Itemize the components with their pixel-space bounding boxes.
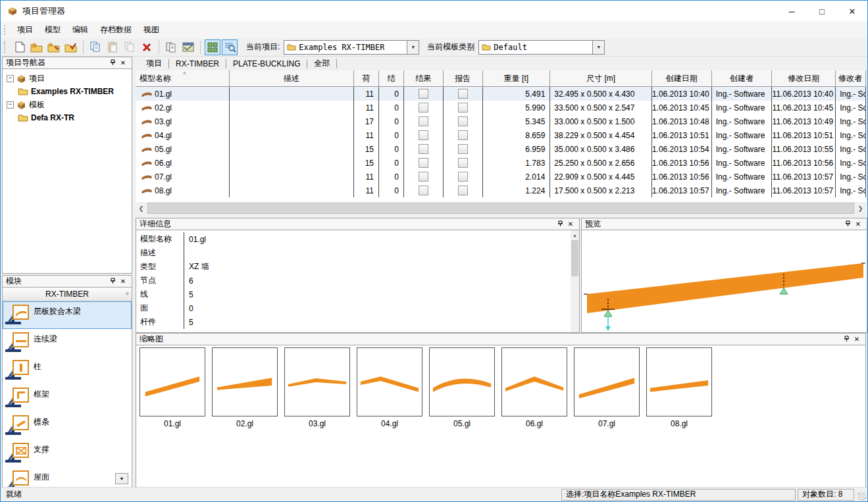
column-header-4[interactable]: 结果 <box>404 70 444 86</box>
collapse-icon[interactable]: − <box>7 101 14 109</box>
menu-item-1[interactable]: 模型 <box>39 22 66 38</box>
thumbnail-image[interactable] <box>429 347 495 416</box>
results-checkbox[interactable] <box>419 89 428 99</box>
tree-node-projects[interactable]: − 项目 <box>3 72 132 85</box>
collapse-icon[interactable]: − <box>7 75 14 82</box>
close-icon[interactable]: ✕ <box>852 336 862 343</box>
new-model-button[interactable] <box>12 39 28 55</box>
results-checkbox[interactable] <box>419 186 428 195</box>
thumbnails-view-toggle[interactable] <box>205 39 220 55</box>
column-header-11[interactable]: 修改者 <box>836 70 866 86</box>
delete-button[interactable] <box>139 39 155 55</box>
thumbnail-07.gl[interactable]: 07.gl <box>574 347 640 428</box>
thumbnail-04.gl[interactable]: 04.gl <box>357 347 422 428</box>
module-item-1[interactable]: 连续梁 <box>3 329 132 357</box>
archive-button[interactable] <box>180 39 196 55</box>
module-item-0[interactable]: 层板胶合木梁 <box>3 301 132 329</box>
column-header-6[interactable]: 重量 [t] <box>483 70 551 86</box>
report-checkbox[interactable] <box>458 103 468 113</box>
dropdown-arrow-icon[interactable]: ▼ <box>592 41 604 54</box>
results-checkbox[interactable] <box>419 158 428 168</box>
resize-grip[interactable] <box>857 492 866 501</box>
thumbnail-image[interactable] <box>357 347 422 416</box>
close-button[interactable]: ✕ <box>837 1 867 22</box>
module-item-3[interactable]: 框架 <box>3 384 132 412</box>
results-checkbox[interactable] <box>419 130 428 140</box>
report-checkbox[interactable] <box>458 186 468 195</box>
tab-0[interactable]: 项目 <box>140 57 168 70</box>
details-view-toggle[interactable] <box>222 39 238 55</box>
dropdown-arrow-icon[interactable]: ▼ <box>407 41 419 54</box>
close-icon[interactable]: ✕ <box>118 278 128 285</box>
copy-model-button[interactable] <box>122 39 138 55</box>
horizontal-scrollbar[interactable]: ❮ ❯ <box>136 202 866 214</box>
close-icon[interactable]: ✕ <box>853 221 863 228</box>
tab-3[interactable]: 全部 <box>307 57 336 70</box>
import-model-button[interactable] <box>163 39 179 55</box>
tree-label[interactable]: 模板 <box>29 99 45 111</box>
report-checkbox[interactable] <box>458 144 468 154</box>
thumbnail-image[interactable] <box>501 347 567 416</box>
template-category-dropdown[interactable]: Default ▼ <box>478 40 605 55</box>
thumbnail-05.gl[interactable]: 05.gl <box>429 347 495 428</box>
new-project-button[interactable] <box>29 39 45 55</box>
menu-grip-icon[interactable]: ≡ <box>126 291 129 297</box>
close-icon[interactable]: ✕ <box>565 221 576 228</box>
thumbnail-image[interactable] <box>212 347 278 416</box>
table-row-07.gl[interactable]: 07.gl1102.01422.909 x 0.500 x 4.44511.06… <box>136 170 866 184</box>
thumbnail-image[interactable] <box>574 347 640 416</box>
report-checkbox[interactable] <box>458 89 468 99</box>
tree-label[interactable]: 项目 <box>29 73 45 84</box>
menu-item-3[interactable]: 存档数据 <box>94 22 138 38</box>
vertical-scrollbar[interactable]: ▲ <box>571 230 579 332</box>
modules-group-header[interactable]: RX-TIMBER ≡ <box>3 288 132 301</box>
pin-icon[interactable] <box>842 220 853 228</box>
edit-project-button[interactable] <box>46 39 62 55</box>
column-header-1[interactable]: 描述 <box>230 70 354 86</box>
paste-button[interactable] <box>105 39 120 55</box>
tree-label[interactable]: Defa RX-TR <box>31 113 74 122</box>
report-checkbox[interactable] <box>458 130 468 140</box>
scrollbar-thumb[interactable] <box>571 240 578 276</box>
module-item-2[interactable]: 柱 <box>3 357 132 384</box>
results-checkbox[interactable] <box>419 116 428 126</box>
menu-item-0[interactable]: 项目 <box>11 22 39 38</box>
tree-node-project-examples[interactable]: Examples RX-TIMBER <box>18 85 132 98</box>
close-icon[interactable]: ✕ <box>118 60 128 66</box>
thumbnail-image[interactable] <box>140 347 205 416</box>
tree-node-template-default[interactable]: Defa RX-TR <box>18 111 132 124</box>
toolbar-grip[interactable] <box>4 41 5 53</box>
module-item-4[interactable]: 檩条 <box>3 412 132 439</box>
report-checkbox[interactable] <box>458 116 468 126</box>
check-project-button[interactable] <box>63 39 79 55</box>
table-row-05.gl[interactable]: 05.gl1506.95935.000 x 0.500 x 3.48611.06… <box>136 142 866 156</box>
thumbnail-01.gl[interactable]: 01.gl <box>140 347 205 428</box>
results-checkbox[interactable] <box>419 172 428 182</box>
results-checkbox[interactable] <box>419 103 428 113</box>
tab-2[interactable]: PLATE-BUCKLING <box>226 58 307 70</box>
thumbnail-image[interactable] <box>646 347 712 416</box>
menubar-grip[interactable] <box>4 25 5 35</box>
current-project-dropdown[interactable]: Examples RX-TIMBER ▼ <box>284 40 419 55</box>
column-header-0[interactable]: 模型名称˄ <box>136 70 230 86</box>
minimize-button[interactable]: ─ <box>777 1 807 22</box>
column-header-8[interactable]: 创建日期 <box>652 70 712 86</box>
table-row-02.gl[interactable]: 02.gl1105.99033.500 x 0.500 x 2.54711.06… <box>136 101 866 114</box>
results-checkbox[interactable] <box>419 144 428 154</box>
report-checkbox[interactable] <box>458 158 468 168</box>
tree-label[interactable]: Examples RX-TIMBER <box>31 87 114 96</box>
module-item-5[interactable]: 支撑 <box>3 439 132 467</box>
column-header-3[interactable]: 结 <box>379 70 404 86</box>
thumbnail-03.gl[interactable]: 03.gl <box>284 347 350 428</box>
thumbnail-image[interactable] <box>284 347 350 416</box>
scrollbar-thumb[interactable] <box>147 203 854 214</box>
thumbnail-02.gl[interactable]: 02.gl <box>212 347 278 428</box>
column-header-10[interactable]: 修改日期 <box>772 70 836 86</box>
column-header-7[interactable]: 尺寸 [m] <box>550 70 652 86</box>
tree-node-templates[interactable]: − 模板 <box>3 98 132 111</box>
menu-item-2[interactable]: 编辑 <box>66 22 94 38</box>
table-row-03.gl[interactable]: 03.gl1705.34533.000 x 0.500 x 1.50011.06… <box>136 114 866 128</box>
table-row-04.gl[interactable]: 04.gl1108.65938.229 x 0.500 x 4.45411.06… <box>136 128 866 142</box>
modules-scroll-down-button[interactable]: ▼ <box>115 473 128 484</box>
maximize-button[interactable]: □ <box>807 1 837 22</box>
